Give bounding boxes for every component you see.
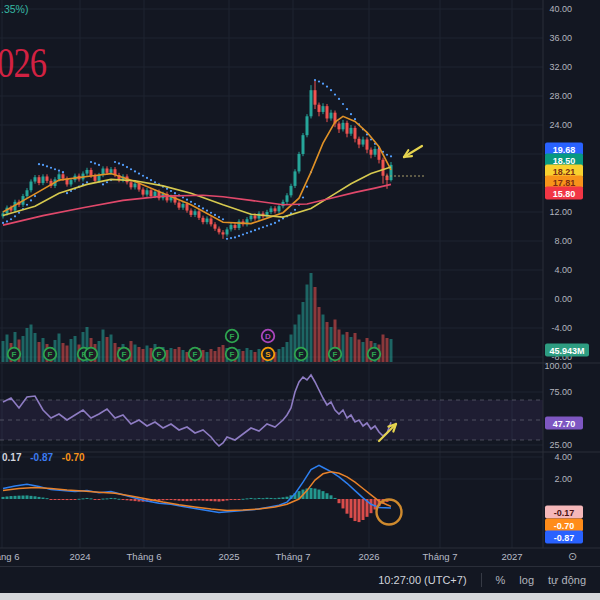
macd-histogram (2, 488, 393, 522)
svg-text:F: F (122, 350, 127, 359)
svg-text:F: F (48, 350, 53, 359)
time-tick: 2027 (501, 551, 522, 562)
time-tick: Tháng 6 (0, 551, 19, 562)
time-tick: Tháng 7 (423, 551, 458, 562)
candles[interactable] (2, 80, 393, 239)
svg-text:F: F (333, 350, 338, 359)
macd-signal-value: -0.70 (62, 452, 85, 463)
pane-dividers (0, 0, 600, 548)
svg-text:F: F (193, 350, 198, 359)
toolbar-divider (481, 573, 482, 587)
rsi-band (0, 400, 543, 440)
svg-text:F: F (230, 350, 235, 359)
psar-dots (2, 79, 392, 240)
svg-text:F: F (89, 350, 94, 359)
svg-text:S: S (265, 350, 271, 359)
time-tick: 2025 (218, 551, 239, 562)
log-scale-button[interactable]: log (519, 574, 534, 586)
page-bottom-strip (0, 593, 600, 600)
symbol-change-fragment: .35%) (1, 3, 28, 15)
time-tick: Tháng 6 (127, 551, 162, 562)
auto-scale-button[interactable]: tự động (548, 574, 586, 586)
svg-text:F: F (299, 350, 304, 359)
ma-fast-orange (3, 116, 391, 223)
time-tick: Tháng 7 (276, 551, 311, 562)
price-axis[interactable] (543, 0, 600, 548)
ma-mid-yellow (3, 167, 391, 217)
target-icon[interactable]: ⊙ (568, 550, 577, 563)
svg-text:F: F (372, 350, 377, 359)
svg-text:F: F (12, 350, 17, 359)
bottom-toolbar: 10:27:00 (UTC+7) % log tự động (0, 566, 600, 593)
time-axis[interactable]: ⊙ Tháng 62024Tháng 62025Tháng 72026Tháng… (0, 548, 600, 566)
svg-text:F: F (157, 350, 162, 359)
percent-scale-button[interactable]: % (496, 574, 506, 586)
macd-legend: 0.17 -0.87 -0.70 (2, 452, 91, 463)
trading-chart-window: FFFFFFFFFDSFFF40.0036.0032.0028.0024.001… (0, 0, 600, 600)
chart-canvas[interactable]: FFFFFFFFFDSFFF40.0036.0032.0028.0024.001… (0, 0, 600, 600)
macd-line-value: -0.87 (30, 452, 53, 463)
time-tick: 2026 (358, 551, 379, 562)
svg-text:D: D (265, 332, 271, 341)
macd-histogram-value: 0.17 (2, 452, 21, 463)
time-tick: 2024 (69, 551, 90, 562)
clock-display: 10:27:00 (UTC+7) (378, 574, 466, 586)
ma-slow-crimson (3, 184, 391, 225)
gridlines (0, 0, 543, 548)
svg-text:F: F (230, 332, 235, 341)
watermark-year: 026 (0, 42, 46, 84)
